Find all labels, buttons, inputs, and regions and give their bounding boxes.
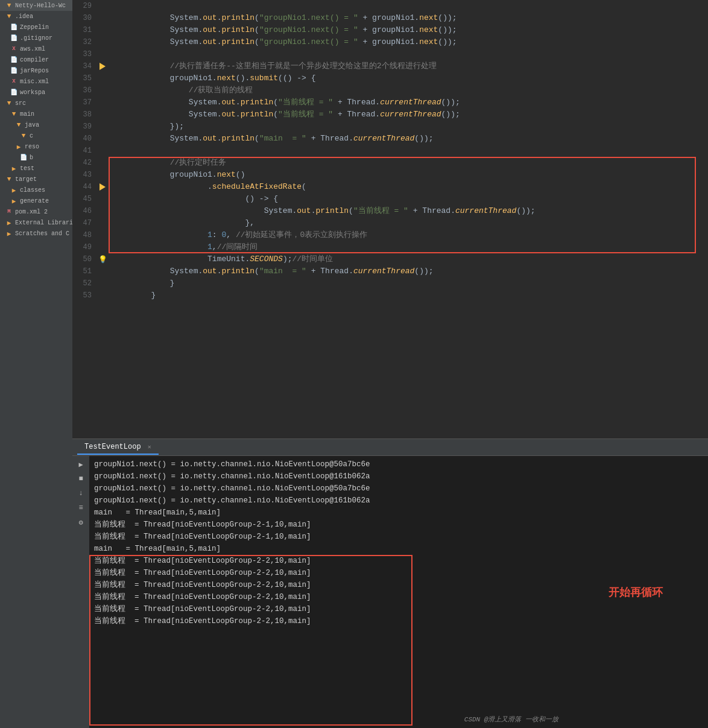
terminal-line-7: main = Thread[main,5,main] — [94, 543, 558, 555]
xml-icon-misc: X — [10, 77, 18, 86]
terminal-tab-close[interactable]: ✕ — [148, 444, 151, 451]
gutter-52 — [96, 277, 109, 290]
gutter-30 — [96, 12, 109, 24]
gutter-49 — [96, 241, 109, 253]
terminal-stop-btn[interactable]: ■ — [75, 473, 87, 485]
execution-arrow-44 — [100, 183, 106, 191]
code-line-33: //执行普通任务--这里相当于就是一个异步处理交给这里的2个线程进行处理 — [113, 48, 708, 60]
gutter-37 — [96, 97, 109, 109]
sidebar-workspa-label: workspa — [20, 89, 45, 96]
main-content: 29 30 31 32 33 34 35 36 37 38 39 40 41 4… — [72, 0, 708, 728]
gutter-46 — [96, 205, 109, 217]
gutter-42 — [96, 157, 109, 169]
terminal-line-12: 当前线程 = Thread[nioEventLoopGroup-2-2,10,m… — [94, 603, 558, 615]
folder-icon-reso: ▶ — [14, 142, 23, 151]
sidebar-project-label: Netty-Hello-Wc — [15, 2, 66, 9]
sidebar-item-project[interactable]: ▼ Netty-Hello-Wc — [0, 0, 72, 11]
sidebar-b-label: b — [30, 154, 33, 161]
code-line-41: //执行定时任务 — [113, 145, 708, 157]
folder-icon-src: ▼ — [5, 99, 13, 107]
line-numbers: 29 30 31 32 33 34 35 36 37 38 39 40 41 4… — [72, 0, 96, 438]
sidebar-item-gitignor[interactable]: 📄 .gitignor — [0, 33, 72, 43]
folder-icon-target: ▼ — [5, 175, 13, 183]
sidebar-item-test[interactable]: ▶ test — [0, 163, 72, 174]
gutter-34 — [96, 60, 109, 72]
sidebar-gitignor-label: .gitignor — [20, 35, 52, 42]
sidebar-target-label: target — [15, 176, 37, 183]
terminal-line-1: groupNio1.next() = io.netty.channel.nio.… — [94, 470, 558, 483]
ln-39: 39 — [72, 121, 92, 133]
sidebar-item-main[interactable]: ▼ main — [0, 109, 72, 119]
sidebar-jarrepos-label: jarRepos — [20, 68, 49, 74]
gutter-48 — [96, 229, 109, 241]
folder-icon-scratches: ▶ — [5, 229, 13, 238]
terminal-scroll-btn[interactable]: ↓ — [75, 487, 87, 499]
terminal-tab-testeventloop[interactable]: TestEventLoop ✕ — [77, 440, 159, 455]
sidebar-miscxml-label: misc.xml — [20, 78, 49, 85]
sidebar-generate-label: generate — [20, 198, 49, 204]
code-lines: System.out.println("groupNio1.next() = "… — [109, 0, 708, 438]
ln-30: 30 — [72, 12, 92, 24]
sidebar-item-c[interactable]: ▼ c — [0, 130, 72, 141]
ln-40: 40 — [72, 133, 92, 145]
ln-48: 48 — [72, 229, 92, 241]
sidebar-item-pomxml[interactable]: M pom.xml 2 — [0, 206, 72, 217]
code-line-39: System.out.println("main = " + Thread.cu… — [113, 121, 708, 133]
watermark: CSDN @滑上又滑落 一收和一放 — [464, 714, 558, 726]
terminal-rerun-btn[interactable]: ▶ — [75, 458, 87, 470]
sidebar-item-reso[interactable]: ▶ reso — [0, 141, 72, 152]
sidebar-item-workspa[interactable]: 📄 workspa — [0, 87, 72, 98]
sidebar-src-label: src — [15, 100, 26, 107]
terminal-output[interactable]: groupNio1.next() = io.netty.channel.nio.… — [89, 456, 563, 728]
code-line-52: } — [113, 277, 708, 290]
sidebar-item-generate[interactable]: ▶ generate — [0, 195, 72, 206]
gutter-32 — [96, 36, 109, 48]
terminal-line-2: groupNio1.next() = io.netty.channel.nio.… — [94, 483, 558, 495]
ln-33: 33 — [72, 48, 92, 60]
gutter-47 — [96, 217, 109, 229]
terminal-settings-btn[interactable]: ⚙ — [75, 516, 87, 528]
gutter-44 — [96, 181, 109, 193]
terminal-line-0: groupNio1.next() = io.netty.channel.nio.… — [94, 458, 558, 470]
terminal-filter-btn[interactable]: ≡ — [75, 502, 87, 514]
sidebar-item-jarrepos[interactable]: 📄 jarRepos — [0, 65, 72, 76]
sidebar-test-label: test — [20, 165, 34, 172]
file-icon-b: 📄 — [19, 153, 28, 162]
sidebar-item-external-libraries[interactable]: ▶ External Librarie — [0, 217, 72, 228]
sidebar-item-miscxml[interactable]: X misc.xml — [0, 76, 72, 87]
terminal-line-11: 当前线程 = Thread[nioEventLoopGroup-2-2,10,m… — [94, 591, 558, 603]
folder-icon-c: ▼ — [19, 131, 28, 140]
sidebar-item-b[interactable]: 📄 b — [0, 152, 72, 163]
folder-icon-ext: ▶ — [5, 218, 13, 227]
sidebar-idea-label: .idea — [15, 13, 33, 20]
folder-icon-java: ▼ — [14, 121, 23, 129]
gutter-38 — [96, 109, 109, 121]
sidebar: ▼ Netty-Hello-Wc ▼ .idea 📄 Zeppelin 📄 .g… — [0, 0, 72, 728]
ln-29: 29 — [72, 0, 92, 12]
bulb-icon-50: 💡 — [98, 255, 107, 264]
code-editor[interactable]: 29 30 31 32 33 34 35 36 37 38 39 40 41 4… — [72, 0, 708, 438]
gutter-29 — [96, 0, 109, 12]
gutter-43 — [96, 169, 109, 181]
sidebar-zeppelin-label: Zeppelin — [20, 24, 49, 31]
sidebar-item-target[interactable]: ▼ target — [0, 174, 72, 185]
gutter-41 — [96, 145, 109, 157]
sidebar-item-classes[interactable]: ▶ classes — [0, 185, 72, 195]
loop-annotation: 开始再循环 — [608, 585, 663, 600]
sidebar-item-zeppelin[interactable]: 📄 Zeppelin — [0, 22, 72, 33]
sidebar-item-aws[interactable]: X aws.xml — [0, 43, 72, 54]
ln-31: 31 — [72, 24, 92, 36]
terminal-area: TestEventLoop ✕ ▶ ■ ↓ ≡ ⚙ groupNio1.next… — [72, 438, 708, 728]
sidebar-item-scratches[interactable]: ▶ Scratches and C — [0, 228, 72, 239]
sidebar-aws-label: aws.xml — [20, 46, 45, 52]
ln-49: 49 — [72, 241, 92, 253]
sidebar-item-idea[interactable]: ▼ .idea — [0, 11, 72, 22]
folder-icon-classes: ▶ — [10, 186, 18, 194]
file-icon-work: 📄 — [10, 88, 18, 97]
gutter-40 — [96, 133, 109, 145]
sidebar-item-src[interactable]: ▼ src — [0, 98, 72, 109]
sidebar-scratches-label: Scratches and C — [15, 230, 69, 237]
sidebar-item-compiler[interactable]: 📄 compiler — [0, 54, 72, 65]
sidebar-item-java[interactable]: ▼ java — [0, 119, 72, 130]
terminal-annotation-panel: 开始再循环 — [563, 456, 708, 728]
